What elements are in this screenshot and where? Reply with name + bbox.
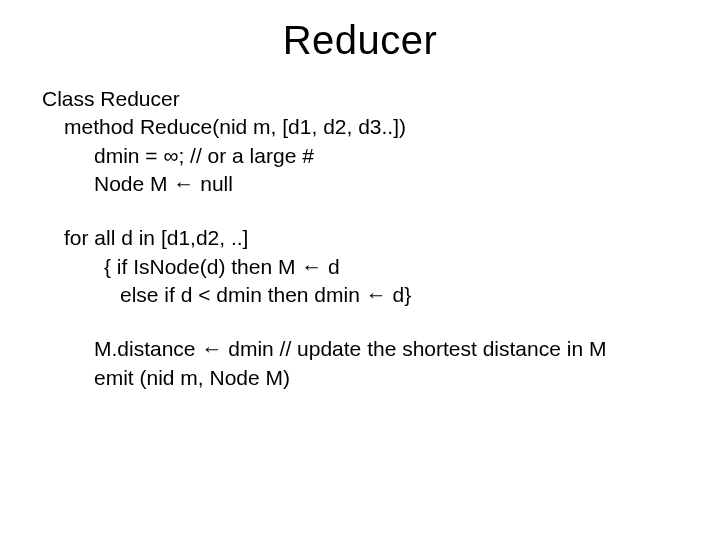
slide: Reducer Class Reducer method Reduce(nid … <box>0 0 720 540</box>
slide-body: Class Reducer method Reduce(nid m, [d1, … <box>0 73 720 392</box>
code-line: M.distance ← dmin // update the shortest… <box>42 335 678 363</box>
code-line: { if IsNode(d) then M ← d <box>42 253 678 281</box>
blank-line <box>42 198 678 224</box>
code-line: for all d in [d1,d2, ..] <box>42 224 678 252</box>
code-line: Node M ← null <box>42 170 678 198</box>
code-line: method Reduce(nid m, [d1, d2, d3..]) <box>42 113 678 141</box>
code-line: Class Reducer <box>42 85 678 113</box>
slide-title: Reducer <box>0 0 720 73</box>
code-line: emit (nid m, Node M) <box>42 364 678 392</box>
blank-line <box>42 309 678 335</box>
code-line: else if d < dmin then dmin ← d} <box>42 281 678 309</box>
code-line: dmin = ∞; // or a large # <box>42 142 678 170</box>
